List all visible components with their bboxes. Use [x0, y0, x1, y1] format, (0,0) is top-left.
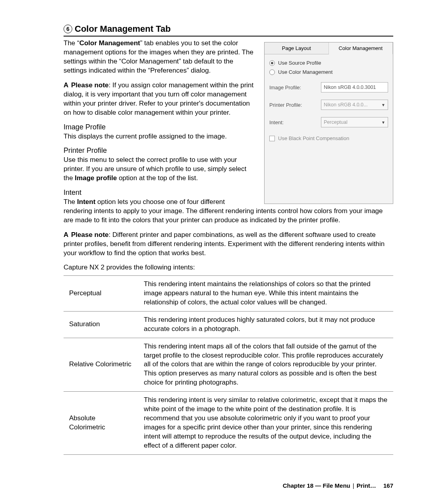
radio-use-color-management[interactable]: Use Color Management	[269, 69, 388, 75]
tab-color-management[interactable]: Color Management	[329, 42, 393, 54]
dropdown-printer-profile[interactable]: Nikon sRGB 4.0.0... ▼	[321, 100, 388, 110]
dropdown-intent[interactable]: Perceptual ▼	[321, 117, 388, 127]
intent-text-part2: rendering intents to apply to your image…	[64, 207, 393, 225]
printer-profile-text: Use this menu to select the correct prof…	[64, 156, 257, 183]
checkbox-black-point[interactable]: Use Black Point Compensation	[269, 135, 388, 141]
intent-desc: This rendering intent produces highly sa…	[138, 311, 393, 338]
intents-table: Perceptual This rendering intent maintai…	[64, 275, 393, 455]
field-image-profile: Nikon sRGB 4.0.0.3001	[321, 82, 388, 92]
radio-use-source-profile[interactable]: Use Source Profile	[269, 60, 388, 66]
chevron-down-icon: ▼	[381, 120, 385, 125]
note-icon: A	[64, 81, 68, 90]
image-profile-heading: Image Profile	[64, 123, 257, 131]
radio-icon	[269, 69, 275, 75]
table-row: Perceptual This rendering intent maintai…	[64, 275, 393, 311]
chevron-down-icon: ▼	[381, 103, 385, 107]
label-intent: Intent:	[269, 119, 321, 125]
intent-name: Relative Colorimetric	[64, 338, 138, 392]
table-row: Relative Colorimetric This rendering int…	[64, 338, 393, 392]
intent-name: Perceptual	[64, 275, 138, 311]
document-page: 6Color Management Tab The “Color Managem…	[0, 0, 429, 504]
radio-icon	[269, 60, 275, 66]
intent-desc: This rendering intent maps all of the co…	[138, 338, 393, 392]
intro-paragraph: The “Color Management” tab enables you t…	[64, 39, 257, 75]
section-heading: 6Color Management Tab	[64, 24, 393, 37]
label-printer-profile: Printer Profile:	[269, 102, 321, 108]
intent-desc: This rendering intent is very similar to…	[138, 392, 393, 455]
tab-page-layout[interactable]: Page Layout	[265, 42, 329, 54]
intent-name: Saturation	[64, 311, 138, 338]
checkbox-label: Use Black Point Compensation	[278, 135, 349, 141]
dialog-tabs: Page Layout Color Management	[265, 42, 393, 54]
color-management-dialog: Page Layout Color Management Use Source …	[264, 42, 393, 204]
page-number: 167	[383, 482, 393, 489]
intent-name: Absolute Colorimetric	[64, 392, 138, 455]
section-number-badge: 6	[64, 25, 72, 33]
table-row: Absolute Colorimetric This rendering int…	[64, 392, 393, 455]
section-title-text: Color Management Tab	[75, 24, 171, 34]
intent-text-part1: The Intent option lets you choose one of…	[64, 198, 257, 207]
intent-desc: This rendering intent maintains the rela…	[138, 275, 393, 311]
note-icon: A	[64, 231, 68, 240]
page-footer: Chapter 18 — File Menu|Print… 167	[283, 482, 393, 489]
label-image-profile: Image Profile:	[269, 85, 321, 90]
note-a: A Please note: If you assign color manag…	[64, 81, 257, 117]
checkbox-icon	[269, 136, 275, 141]
radio-label: Use Source Profile	[278, 60, 321, 66]
image-profile-text: This displays the current profile assign…	[64, 132, 257, 141]
printer-profile-heading: Printer Profile	[64, 146, 257, 155]
radio-label: Use Color Management	[278, 69, 332, 75]
intent-heading: Intent	[64, 189, 257, 197]
note-b: A Please note: Different printer and pap…	[64, 231, 393, 258]
intents-intro: Capture NX 2 provides the following inte…	[64, 264, 393, 271]
table-row: Saturation This rendering intent produce…	[64, 311, 393, 338]
